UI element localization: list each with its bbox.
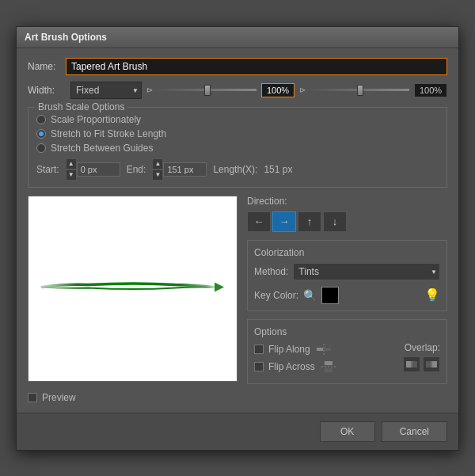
stretch-fit-row: Stretch to Fit Stroke Length <box>36 128 439 139</box>
brush-scale-options-group: Brush Scale Options Scale Proportionatel… <box>28 107 447 188</box>
end-stepper: ▲ ▼ <box>152 158 163 181</box>
flip-along-row: Flip Along <box>254 342 337 356</box>
stretch-guides-label: Stretch Between Guides <box>51 143 153 154</box>
brush-preview-line <box>40 272 225 306</box>
start-end-row: Start: ▲ ▼ End: ▲ ▼ Length(X): <box>36 158 439 181</box>
start-label: Start: <box>36 164 59 175</box>
end-stepper-wrap: ▲ ▼ <box>152 158 207 181</box>
direction-section: Direction: ← → ↑ ↓ <box>247 196 447 232</box>
end-decrement-btn[interactable]: ▼ <box>152 169 163 181</box>
start-increment-btn[interactable]: ▲ <box>66 158 77 169</box>
svg-rect-2 <box>325 348 331 351</box>
brush-scale-label: Brush Scale Options <box>35 101 127 112</box>
end-increment-btn[interactable]: ▲ <box>152 158 163 169</box>
flip-across-label: Flip Across <box>268 361 315 372</box>
key-color-row: Key Color: 🔍 💡 <box>254 287 440 304</box>
scale-proportionately-row: Scale Proportionately <box>36 114 439 125</box>
stretch-fit-label: Stretch to Fit Stroke Length <box>51 128 166 139</box>
direction-label: Direction: <box>247 196 447 207</box>
slider-track-right[interactable] <box>310 89 409 91</box>
dir-right-btn[interactable]: → <box>272 211 296 232</box>
slider-right <box>310 89 409 91</box>
method-label: Method: <box>254 266 288 277</box>
scale-proportionately-label: Scale Proportionately <box>51 114 141 125</box>
key-color-label: Key Color: <box>254 290 298 301</box>
arrow-right-icon: ⊳ <box>299 86 306 94</box>
overlap-btn-2[interactable] <box>423 356 440 372</box>
flip-across-icon <box>320 360 337 374</box>
flip-along-label: Flip Along <box>268 344 310 355</box>
flip-across-checkbox[interactable] <box>254 362 264 371</box>
length-label: Length(X): <box>213 164 257 175</box>
flip-options: Flip Along <box>254 342 337 377</box>
percent-input-left[interactable] <box>261 83 294 97</box>
flip-across-row: Flip Across <box>254 360 337 374</box>
name-row: Name: <box>28 58 447 75</box>
svg-rect-10 <box>426 361 432 367</box>
width-select-wrapper: Fixed Pressure Stylus Wheel Tilt <box>70 82 142 99</box>
options-section: Options Flip Along <box>247 319 447 384</box>
width-select[interactable]: Fixed Pressure Stylus Wheel Tilt <box>70 82 142 99</box>
slider-left <box>158 89 256 91</box>
ok-button[interactable]: OK <box>320 421 375 442</box>
width-row: Width: Fixed Pressure Stylus Wheel Tilt … <box>28 82 447 99</box>
stretch-fit-radio[interactable] <box>36 129 46 139</box>
end-input[interactable] <box>163 162 207 177</box>
method-select-wrapper: None Tints Tints and Shades Hue Shift <box>293 263 440 280</box>
svg-rect-5 <box>325 368 332 372</box>
dialog-title: Art Brush Options <box>25 32 107 43</box>
stretch-guides-row: Stretch Between Guides <box>36 143 439 154</box>
start-stepper: ▲ ▼ <box>66 158 77 181</box>
method-row: Method: None Tints Tints and Shades Hue … <box>254 263 440 280</box>
start-decrement-btn[interactable]: ▼ <box>66 169 77 181</box>
preview-checkbox[interactable] <box>28 393 37 402</box>
eyedropper-icon[interactable]: 🔍 <box>303 289 317 302</box>
start-stepper-wrap: ▲ ▼ <box>66 158 120 181</box>
method-select[interactable]: None Tints Tints and Shades Hue Shift <box>293 263 440 280</box>
svg-marker-0 <box>215 283 224 292</box>
overlap-label: Overlap: <box>405 342 440 353</box>
arrow-left-icon: ⊳ <box>146 86 153 94</box>
light-icon: 💡 <box>424 288 440 303</box>
dialog-content: Name: Width: Fixed Pressure Stylus Wheel… <box>17 48 458 413</box>
overlap-btn-1[interactable] <box>403 356 420 372</box>
dialog-title-bar: Art Brush Options <box>17 27 458 48</box>
art-brush-options-dialog: Art Brush Options Name: Width: Fixed Pre… <box>16 26 459 451</box>
preview-label: Preview <box>42 392 76 403</box>
svg-rect-8 <box>411 361 417 367</box>
slider-track-left[interactable] <box>158 89 256 91</box>
scale-proportionately-radio[interactable] <box>36 115 46 124</box>
right-panel: Direction: ← → ↑ ↓ Colorization Method: <box>247 196 447 384</box>
dir-left-btn[interactable]: ← <box>247 211 271 232</box>
key-color-swatch[interactable] <box>321 287 339 304</box>
width-label: Width: <box>28 85 66 96</box>
colorization-label: Colorization <box>254 247 440 258</box>
stretch-guides-radio[interactable] <box>36 143 46 153</box>
preview-row: Preview <box>28 392 447 403</box>
overlap-buttons <box>403 356 440 372</box>
flip-along-icon <box>315 342 332 356</box>
dialog-footer: OK Cancel <box>17 413 458 450</box>
slider-thumb-right[interactable] <box>357 85 363 96</box>
preview-canvas <box>28 196 238 382</box>
colorization-section: Colorization Method: None Tints Tints an… <box>247 240 447 311</box>
dir-down-btn[interactable]: ↓ <box>323 211 347 232</box>
length-value: 151 px <box>264 164 292 175</box>
cancel-button[interactable]: Cancel <box>382 421 447 442</box>
end-label: End: <box>127 164 146 175</box>
overlap-section: Overlap: <box>403 342 440 372</box>
svg-rect-1 <box>317 348 323 351</box>
percent-input-right[interactable] <box>414 83 447 97</box>
direction-buttons: ← → ↑ ↓ <box>247 211 447 232</box>
slider-thumb-left[interactable] <box>204 85 211 96</box>
dir-up-btn[interactable]: ↑ <box>298 211 321 232</box>
flip-along-checkbox[interactable] <box>254 345 264 354</box>
main-area: Direction: ← → ↑ ↓ Colorization Method: <box>28 196 447 384</box>
name-input[interactable] <box>66 58 447 75</box>
svg-rect-4 <box>325 361 332 365</box>
options-label: Options <box>254 326 440 337</box>
name-label: Name: <box>28 61 66 72</box>
start-input[interactable] <box>77 162 120 177</box>
